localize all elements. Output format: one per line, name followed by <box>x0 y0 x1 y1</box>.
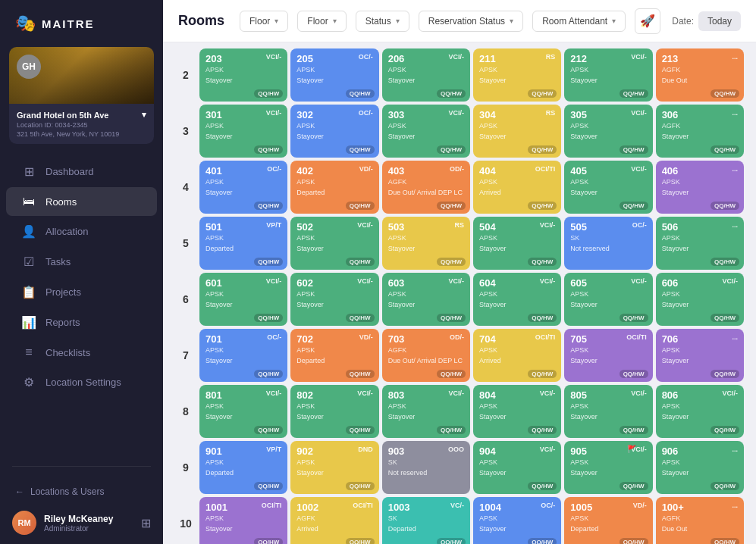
room-badge: QQ/HW <box>528 538 557 544</box>
room-card-501[interactable]: 501 VP/T APSK Departed QQ/HW <box>199 217 287 270</box>
rooms-row-10: 1001 OCI/TI APSK Stayover QQ/HW 1002 OCI… <box>199 497 744 544</box>
room-card-403[interactable]: 403 OD/- AGFK Due Out/ Arrival DEP LC QQ… <box>382 161 470 214</box>
room-card-801[interactable]: 801 VCI/- APSK Stayover QQ/HW <box>199 385 287 438</box>
room-card-906[interactable]: 906 ... APSK Stayover QQ/HW <box>656 441 744 494</box>
room-card-406[interactable]: 406 ... APSK Stayover QQ/HW <box>656 161 744 214</box>
room-card-604[interactable]: 604 VCI/- APSK Stayover QQ/HW <box>473 273 561 326</box>
room-card-806[interactable]: 806 VCI/- APSK Stayover QQ/HW <box>656 385 744 438</box>
room-attendant: APSK <box>570 346 646 354</box>
room-card-1002[interactable]: 1002 OCI/TI AGFK Arrived QQ/HW <box>290 497 378 544</box>
room-card-704[interactable]: 704 OCI/TI APSK Arrived QQ/HW <box>473 329 561 382</box>
room-number: 802 <box>296 389 313 401</box>
room-number: 702 <box>296 333 313 345</box>
room-number: 803 <box>388 389 405 401</box>
room-card-703[interactable]: 703 OD/- AGFK Due Out/ Arrival DEP LC QQ… <box>382 329 470 382</box>
rocket-button[interactable]: 🚀 <box>635 8 660 34</box>
room-card-701[interactable]: 701 OC/- APSK Stayover QQ/HW <box>199 329 287 382</box>
room-badge: QQ/HW <box>528 258 557 266</box>
sidebar-item-tasks[interactable]: ☑Tasks <box>6 247 157 277</box>
room-card-505[interactable]: 505 OC/- SK Not reserved <box>564 217 652 270</box>
date-today[interactable]: Today <box>698 11 741 31</box>
room-card-405[interactable]: 405 VCI/- APSK Stayover QQ/HW <box>564 161 652 214</box>
room-card-303[interactable]: 303 VCI/- APSK Stayover QQ/HW <box>382 105 470 158</box>
room-card-804[interactable]: 804 VCI/- APSK Stayover QQ/HW <box>473 385 561 438</box>
room-card-802[interactable]: 802 VCI/- APSK Stayover QQ/HW <box>290 385 378 438</box>
room-attendant: AGFK <box>388 178 464 186</box>
room-attendant: APSK <box>296 346 372 354</box>
sidebar-item-settings[interactable]: ⚙Location Settings <box>6 367 157 397</box>
room-card-304[interactable]: 304 RS APSK Stayover QQ/HW <box>473 105 561 158</box>
room-card-902[interactable]: 902 DND APSK Stayover QQ/HW <box>290 441 378 494</box>
room-card-211[interactable]: 211 RS APSK Stayover QQ/HW <box>473 48 561 102</box>
room-card-903[interactable]: 903 OOO SK Not reserved <box>382 441 470 494</box>
room-card-805[interactable]: 805 VCI/- APSK Stayover QQ/HW <box>564 385 652 438</box>
room-header: 1002 OCI/TI <box>296 502 372 513</box>
room-card-502[interactable]: 502 VCI/- APSK Stayover QQ/HW <box>290 217 378 270</box>
status-filter[interactable]: Status ▾ <box>356 11 409 32</box>
room-card-302[interactable]: 302 OC/- APSK Stayover QQ/HW <box>290 105 378 158</box>
room-header: 1004 OC/- <box>479 502 555 513</box>
room-header: 403 OD/- <box>388 165 464 177</box>
room-card-1003[interactable]: 1003 VC/- SK Departed QQ/HW <box>382 497 470 544</box>
room-card-603[interactable]: 603 VCI/- APSK Stayover QQ/HW <box>382 273 470 326</box>
sidebar-item-allocation[interactable]: 👤Allocation <box>6 217 157 246</box>
room-card-306[interactable]: 306 ... AGFK Stayover QQ/HW <box>656 105 744 158</box>
sidebar-footer: ← Locations & Users RM Riley McKeaney Ad… <box>0 473 163 544</box>
room-badge: QQ/HW <box>254 202 283 210</box>
sidebar-item-reports[interactable]: 📊Reports <box>6 308 157 337</box>
room-card-702[interactable]: 702 VD/- APSK Departed QQ/HW <box>290 329 378 382</box>
room-card-1004[interactable]: 1004 OC/- APSK Stayover QQ/HW <box>473 497 561 544</box>
room-card-705[interactable]: 705 OCI/TI APSK Stayover QQ/HW <box>564 329 652 382</box>
room-card-602[interactable]: 602 VCI/- APSK Stayover QQ/HW <box>290 273 378 326</box>
room-card-401[interactable]: 401 OC/- APSK Stayover QQ/HW <box>199 161 287 214</box>
room-card-301[interactable]: 301 VCI/- APSK Stayover QQ/HW <box>199 105 287 158</box>
sidebar-item-projects[interactable]: 📋Projects <box>6 277 157 307</box>
page-title: Rooms <box>178 13 224 29</box>
room-card-212[interactable]: 212 VCI/- APSK Stayover QQ/HW <box>564 48 652 102</box>
logo-text: MAITRE <box>42 17 95 30</box>
floor-filter-1[interactable]: Floor ▾ <box>240 11 288 32</box>
hotel-location-id: Location ID: 0034-2345 <box>17 121 146 129</box>
room-card-100+[interactable]: 100+ ... AGFK Due Out QQ/HW <box>656 497 744 544</box>
sidebar-item-checklists[interactable]: ≡Checklists <box>6 338 157 367</box>
sidebar-item-rooms[interactable]: 🛏Rooms <box>6 187 157 216</box>
room-card-206[interactable]: 206 VCI/- APSK Stayover QQ/HW <box>382 48 470 102</box>
room-card-205[interactable]: 205 OC/- APSK Stayover QQ/HW <box>290 48 378 102</box>
room-attendant-filter[interactable]: Room Attendant ▾ <box>532 11 626 32</box>
floor-filter-2[interactable]: Floor ▾ <box>297 11 346 32</box>
user-action-icon[interactable]: ⊞ <box>141 516 151 530</box>
room-card-504[interactable]: 504 VCI/- APSK Stayover QQ/HW <box>473 217 561 270</box>
reservation-status-filter[interactable]: Reservation Status ▾ <box>419 11 523 32</box>
room-card-905[interactable]: 905 VCI/- APSK Stayover QQ/HW 🚩 <box>564 441 652 494</box>
room-card-606[interactable]: 606 VCI/- APSK Stayover QQ/HW <box>656 273 744 326</box>
chevron-down-icon[interactable]: ▾ <box>142 110 146 120</box>
hotel-card[interactable]: GH Grand Hotel on 5th Ave ▾ Location ID:… <box>9 47 154 144</box>
hotel-name: Grand Hotel on 5th Ave ▾ <box>17 110 146 120</box>
room-card-605[interactable]: 605 VCI/- APSK Stayover QQ/HW <box>564 273 652 326</box>
room-card-1001[interactable]: 1001 OCI/TI APSK Stayover QQ/HW <box>199 497 287 544</box>
room-card-203[interactable]: 203 VCI/- APSK Stayover QQ/HW <box>199 48 287 102</box>
room-number: 205 <box>296 53 313 64</box>
room-card-402[interactable]: 402 VD/- APSK Departed QQ/HW <box>290 161 378 214</box>
room-code: OC/- <box>267 165 281 173</box>
room-attendant: APSK <box>662 234 738 242</box>
room-attendant: AGFK <box>296 514 372 522</box>
room-header: 206 VCI/- <box>388 53 464 64</box>
room-status: Stayover <box>662 301 738 308</box>
sidebar-item-dashboard[interactable]: ⊞Dashboard <box>6 157 157 186</box>
room-card-901[interactable]: 901 VP/T APSK Departed QQ/HW <box>199 441 287 494</box>
room-card-404[interactable]: 404 OCI/TI APSK Arrived QQ/HW <box>473 161 561 214</box>
room-number: 303 <box>388 109 405 120</box>
room-card-213[interactable]: 213 ... AGFK Due Out QQ/HW <box>656 48 744 102</box>
room-attendant: APSK <box>570 178 646 186</box>
room-header: 605 VCI/- <box>570 277 646 289</box>
room-card-503[interactable]: 503 RS APSK Stayover QQ/HW <box>382 217 470 270</box>
back-link[interactable]: ← Locations & Users <box>12 482 151 502</box>
room-card-601[interactable]: 601 VCI/- APSK Stayover QQ/HW <box>199 273 287 326</box>
room-card-1005[interactable]: 1005 VD/- APSK Departed QQ/HW <box>564 497 652 544</box>
room-card-803[interactable]: 803 VCI/- APSK Stayover QQ/HW <box>382 385 470 438</box>
room-card-506[interactable]: 506 ... APSK Stayover QQ/HW <box>656 217 744 270</box>
room-card-706[interactable]: 706 ... APSK Stayover QQ/HW <box>656 329 744 382</box>
room-card-305[interactable]: 305 VCI/- APSK Stayover QQ/HW <box>564 105 652 158</box>
room-card-904[interactable]: 904 VCI/- APSK Stayover QQ/HW <box>473 441 561 494</box>
